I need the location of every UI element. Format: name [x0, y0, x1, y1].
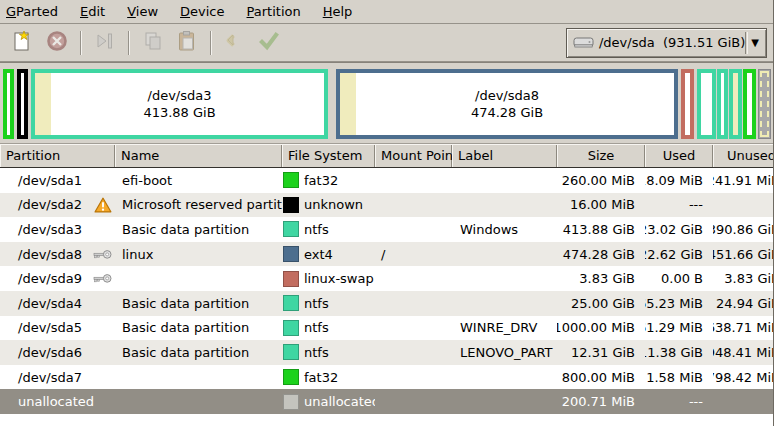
- used-value: 11.38 GiB: [645, 340, 713, 365]
- table-row[interactable]: /dev/sda4Basic data partitionntfs25.00 G…: [0, 291, 774, 316]
- unused-value: 3.83 GiB: [713, 266, 774, 291]
- filesystem-color-swatch: [283, 197, 299, 213]
- filesystem-cell: ntfs: [282, 340, 375, 365]
- warning-icon: [94, 197, 112, 213]
- mount-point: [375, 168, 452, 193]
- visual-partition-sda4[interactable]: [697, 69, 716, 139]
- partition-label: [452, 291, 557, 316]
- visual-partition-sda5[interactable]: [717, 69, 728, 139]
- unused-value: 390.86 GiB: [713, 217, 774, 242]
- table-row[interactable]: unallocatedunallocated200.71 MiB---: [0, 389, 774, 414]
- visual-partition-sda9[interactable]: [681, 69, 694, 139]
- device-selector[interactable]: /dev/sda (931.51 GiB)▼: [566, 28, 767, 58]
- table-row[interactable]: /dev/sda1efi-bootfat32260.00 MiB18.09 Mi…: [0, 168, 774, 193]
- unused-value: 798.42 MiB: [713, 365, 774, 390]
- filesystem-color-swatch: [283, 369, 299, 385]
- partition-name: efi-boot: [115, 168, 282, 193]
- column-header-unused[interactable]: Unused: [713, 144, 774, 167]
- filesystem-color-swatch: [283, 295, 299, 311]
- column-header-size[interactable]: Size: [557, 144, 645, 167]
- partition-device: /dev/sda4: [18, 296, 82, 311]
- partition-label: [452, 242, 557, 267]
- partition-label: [452, 389, 557, 414]
- partition-name: Microsoft reserved partition: [115, 193, 282, 218]
- filesystem-cell: unknown: [282, 193, 375, 218]
- disk-drive-icon: [573, 35, 594, 50]
- table-row[interactable]: /dev/sda9linux-swap3.83 GiB0.00 B3.83 Gi…: [0, 266, 774, 291]
- filesystem-type: fat32: [304, 370, 338, 385]
- column-header-label[interactable]: Label: [452, 144, 557, 167]
- menu-device[interactable]: Device: [169, 1, 235, 22]
- size-value: 1000.00 MiB: [557, 316, 645, 341]
- used-value: 1.58 MiB: [645, 365, 713, 390]
- table-row[interactable]: /dev/sda2Microsoft reserved partitionunk…: [0, 193, 774, 218]
- used-value: 18.09 MiB: [645, 168, 713, 193]
- visual-partition-sda3[interactable]: /dev/sda3413.88 GiB: [31, 69, 328, 139]
- used-value: 0.00 B: [645, 266, 713, 291]
- partition-cell: /dev/sda1: [0, 168, 115, 193]
- partition-device: /dev/sda3: [18, 222, 82, 237]
- partition-label: LENOVO_PART: [452, 340, 557, 365]
- visual-partition-unallocated[interactable]: [758, 69, 771, 139]
- visual-partition-label: /dev/sda3413.88 GiB: [35, 73, 324, 135]
- paste-icon: [175, 29, 199, 56]
- disk-visual-panel: /dev/sda3413.88 GiB/dev/sda8474.28 GiB: [0, 62, 773, 144]
- filesystem-type: ntfs: [304, 222, 329, 237]
- partition-device: /dev/sda9: [18, 271, 82, 286]
- menu-gparted[interactable]: GParted: [0, 1, 69, 22]
- visual-partition-label: /dev/sda8474.28 GiB: [340, 73, 674, 135]
- size-value: 12.31 GiB: [557, 340, 645, 365]
- partition-name: Basic data partition: [115, 340, 282, 365]
- new-partition-button[interactable]: [6, 28, 40, 58]
- filesystem-type: linux-swap: [304, 271, 374, 286]
- partition-device: /dev/sda8: [18, 247, 82, 262]
- column-header-mount-point[interactable]: Mount Point: [375, 144, 452, 167]
- column-header-used[interactable]: Used: [645, 144, 713, 167]
- table-row[interactable]: /dev/sda6Basic data partitionntfsLENOVO_…: [0, 340, 774, 365]
- partition-name: Basic data partition: [115, 316, 282, 341]
- toolbar: /dev/sda (931.51 GiB)▼: [0, 24, 773, 62]
- menu-help[interactable]: Help: [312, 1, 364, 22]
- copy-icon: [141, 29, 165, 56]
- column-header-file-system[interactable]: File System: [282, 144, 375, 167]
- resize-move-button: [88, 28, 122, 58]
- menu-view[interactable]: View: [116, 1, 169, 22]
- filesystem-cell: linux-swap: [282, 266, 375, 291]
- column-header-partition[interactable]: Partition: [0, 144, 115, 167]
- visual-partition-sda1[interactable]: [3, 69, 14, 139]
- menu-edit[interactable]: Edit: [69, 1, 116, 22]
- visual-partition-sda8[interactable]: /dev/sda8474.28 GiB: [336, 69, 678, 139]
- menu-partition[interactable]: Partition: [236, 1, 312, 22]
- menubar: GPartedEditViewDevicePartitionHelp: [0, 0, 773, 24]
- filesystem-color-swatch: [283, 394, 299, 410]
- partition-label: Windows: [452, 217, 557, 242]
- chevron-down-icon: ▼: [748, 37, 762, 48]
- partition-name: Basic data partition: [115, 217, 282, 242]
- used-value: 23.02 GiB: [645, 217, 713, 242]
- column-header-name[interactable]: Name: [115, 144, 282, 167]
- size-value: 200.71 MiB: [557, 389, 645, 414]
- visual-partition-sda2[interactable]: [17, 69, 28, 139]
- new-partition-icon: [11, 29, 35, 56]
- table-row[interactable]: /dev/sda5Basic data partitionntfsWINRE_D…: [0, 316, 774, 341]
- table-row[interactable]: /dev/sda7fat32800.00 MiB1.58 MiB798.42 M…: [0, 365, 774, 390]
- partition-label: [452, 168, 557, 193]
- table-row[interactable]: /dev/sda8linuxext4/474.28 GiB22.62 GiB45…: [0, 242, 774, 267]
- used-value: 65.23 MiB: [645, 291, 713, 316]
- visual-partition-sda6[interactable]: [729, 69, 742, 139]
- delete-partition-icon: [45, 29, 69, 56]
- filesystem-cell: ntfs: [282, 217, 375, 242]
- mount-point: [375, 193, 452, 218]
- partition-device: unallocated: [18, 394, 94, 409]
- filesystem-color-swatch: [283, 221, 299, 237]
- table-row[interactable]: /dev/sda3Basic data partitionntfsWindows…: [0, 217, 774, 242]
- partition-cell: /dev/sda9: [0, 266, 115, 291]
- partition-label: [452, 365, 557, 390]
- resize-move-icon: [93, 29, 117, 56]
- paste-button: [170, 28, 204, 58]
- partition-cell: /dev/sda5: [0, 316, 115, 341]
- size-value: 260.00 MiB: [557, 168, 645, 193]
- filesystem-color-swatch: [283, 344, 299, 360]
- used-value: ---: [645, 193, 713, 218]
- visual-partition-sda7[interactable]: [743, 69, 756, 139]
